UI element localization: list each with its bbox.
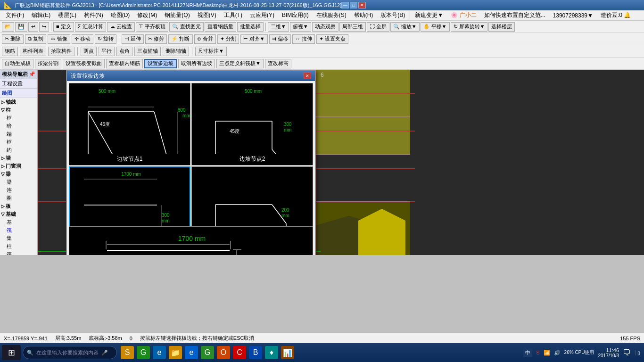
taskbar-icon-edge[interactable]: e [153, 346, 166, 359]
taskbar-icon-o[interactable]: O [217, 346, 230, 359]
tb-point-angle[interactable]: 点角 [116, 47, 132, 56]
sidebar-item-fb2[interactable]: 筏 [6, 250, 37, 255]
taskbar-icon-c[interactable]: C [233, 346, 246, 359]
sidebar-item-ll[interactable]: 连 [6, 186, 37, 194]
sidebar-item-kz[interactable]: 框 [6, 114, 37, 122]
sidebar-item-kz2[interactable]: 框 [6, 138, 37, 146]
tb-top-view[interactable]: 俯视▼ [290, 22, 311, 32]
tb-pick-component[interactable]: 拾取构件 [48, 47, 74, 56]
tb-align[interactable]: ⊢ 对齐▼ [240, 34, 268, 44]
tb-component-list[interactable]: 构件列表 [20, 47, 46, 56]
menu-file[interactable]: 文件(F) [2, 10, 28, 20]
tb-merge[interactable]: ⊕ 合并 [194, 34, 216, 44]
tb-pan[interactable]: ✋ 平移▼ [421, 22, 450, 32]
taskbar-icon-g2[interactable]: G [201, 346, 214, 359]
menu-version[interactable]: 版本号(B) [377, 10, 409, 20]
tb-trim[interactable]: ✂ 修剪 [145, 34, 167, 44]
sidebar-item-fb[interactable]: 筏 [6, 226, 37, 234]
tb-select-floor[interactable]: 选择楼层 [488, 22, 515, 32]
tb-open[interactable]: 📂 [2, 22, 14, 32]
tb-set-slope[interactable]: 设置多边坡 [144, 59, 177, 68]
menu-edit[interactable]: 编辑(E) [28, 10, 54, 20]
taskbar-desktop-show[interactable]: ▯ [635, 350, 640, 355]
taskbar-icon-b[interactable]: B [249, 346, 262, 359]
close-btn[interactable]: ✕ [358, 2, 366, 8]
sidebar-item-jl[interactable]: 基 [6, 218, 37, 226]
tb-offset[interactable]: ⇉ 偏移 [269, 34, 291, 44]
tb-rebar[interactable]: 钢筋 [2, 47, 18, 56]
tb-find[interactable]: 🔍 查找图元 [169, 22, 204, 32]
canvas-area[interactable]: 3 4 6 设置筏板边坡 ✕ [38, 70, 644, 255]
sidebar-item-axis[interactable]: ▷轴线 [0, 98, 37, 106]
tb-stretch[interactable]: ↔ 拉伸 [292, 34, 315, 44]
taskbar-icon-g[interactable]: G [137, 346, 150, 359]
sidebar-item-az[interactable]: 暗 [6, 122, 37, 130]
tb-split[interactable]: ✦ 分割 [217, 34, 239, 44]
menu-gx2[interactable]: 🌸 广小二 [447, 10, 480, 20]
tb-delete[interactable]: ✂ 删除 [2, 34, 24, 44]
taskbar-icon-files[interactable]: 📁 [169, 346, 182, 359]
menu-floor[interactable]: 楼层(L) [54, 10, 80, 20]
taskbar-network[interactable]: 📶 [544, 350, 550, 356]
tb-2d[interactable]: 二维▼ [268, 22, 289, 32]
taskbar-volume[interactable]: 🔊 [554, 350, 561, 356]
tb-dimension[interactable]: 尺寸标注▼ [195, 47, 227, 56]
tb-auto-slab[interactable]: 自动生成板 [2, 59, 33, 68]
taskbar-icon-green[interactable]: ♦ [265, 346, 278, 359]
sidebar-item-dz[interactable]: 端 [6, 130, 37, 138]
tb-fullscreen[interactable]: ⛶ 全屏 [367, 22, 389, 32]
taskbar-icon-ie[interactable]: e [185, 346, 198, 359]
tb-move[interactable]: ✛ 移动 [72, 34, 93, 44]
sidebar-item-beam[interactable]: ▽梁 [0, 170, 37, 178]
tb-parallel[interactable]: 平行 [99, 47, 115, 56]
tb-grip[interactable]: ✦ 设置夹点 [316, 34, 348, 44]
menu-draw[interactable]: 绘图(D) [107, 10, 134, 20]
node-cell-2[interactable]: 500 mm 300 mm 600 mm 45度 边坡节点 [191, 83, 313, 165]
tb-del-axis[interactable]: 删除辅轴 [163, 47, 189, 56]
tb-local-3d[interactable]: 局部三维 [339, 22, 366, 32]
tb-three-point-slope[interactable]: 三点定义斜筏板▼ [216, 59, 264, 68]
taskbar-search[interactable]: 🔍 在这里输入你要搜索的内容 🎤 [23, 346, 117, 359]
tb-batch-select[interactable]: 批量选择 [237, 22, 264, 32]
taskbar-clock[interactable]: 11:46 2017/10/8 [598, 347, 619, 358]
sidebar-pin[interactable]: 📌 [29, 71, 35, 77]
sidebar-item-slab[interactable]: ▷板 [0, 202, 37, 210]
tb-view-rebar[interactable]: 查看钢筋量 [205, 22, 236, 32]
sidebar-draw[interactable]: 绘图 [0, 89, 37, 98]
taskbar-lang[interactable]: 中 [523, 348, 532, 357]
tb-rotate[interactable]: ↻ 旋转 [95, 34, 116, 44]
sidebar-project[interactable]: 工程设置 [0, 79, 37, 89]
menu-cloud[interactable]: 云应用(Y) [246, 10, 278, 20]
sidebar-item-window[interactable]: ▷门窗洞 [0, 162, 37, 170]
menu-component[interactable]: 构件(N) [80, 10, 107, 20]
tb-zoom[interactable]: 🔍 缩放▼ [390, 22, 420, 32]
menu-quick-setup[interactable]: 如何快速布置自定义范... [480, 10, 549, 20]
tb-change-elevation[interactable]: 查改标高 [265, 59, 291, 68]
menu-new-change[interactable]: 新建变更▼ [411, 10, 447, 20]
tb-cloud-check[interactable]: ☁ 云检查 [107, 22, 135, 32]
tb-cancel-slope[interactable]: 取消所有边坡 [178, 59, 215, 68]
tb-align-top[interactable]: ⊤ 平齐板顶 [136, 22, 168, 32]
tb-break[interactable]: ⚡ 打断 [168, 34, 192, 44]
menu-bim[interactable]: BIM应用(I) [278, 10, 313, 20]
taskbar-notification[interactable]: 🗨 [623, 348, 631, 358]
menu-phone[interactable]: 13907298339▼ [549, 11, 597, 20]
taskbar-icon-s[interactable]: S [121, 346, 134, 359]
tb-screen-rotate[interactable]: ↻ 屏幕旋转▼ [451, 22, 488, 32]
tb-redo[interactable]: ↪ [39, 22, 49, 32]
sidebar-item-zbz[interactable]: 柱 [6, 242, 37, 250]
tb-mirror[interactable]: ⇔ 镜像 [48, 34, 70, 44]
tb-save[interactable]: 💾 [15, 22, 27, 32]
sidebar-item-wall[interactable]: ▷墙 [0, 154, 37, 162]
tb-define[interactable]: ■ 定义 [53, 22, 74, 32]
maximize-btn[interactable]: □ [350, 2, 357, 8]
sidebar-item-l[interactable]: 梁 [6, 178, 37, 186]
tb-set-section[interactable]: 设置筏板变截面 [63, 59, 105, 68]
tb-undo[interactable]: ↩ [28, 22, 38, 32]
sidebar-item-ql[interactable]: 圈 [6, 194, 37, 202]
menu-price[interactable]: 造价豆:0 🔔 [597, 10, 635, 20]
menu-online[interactable]: 在线服务(S) [313, 10, 350, 20]
start-button[interactable]: ⊞ [2, 345, 21, 360]
menu-rebar[interactable]: 钢筋量(Q) [161, 10, 193, 20]
tb-copy[interactable]: ⧉ 复制 [25, 34, 46, 44]
